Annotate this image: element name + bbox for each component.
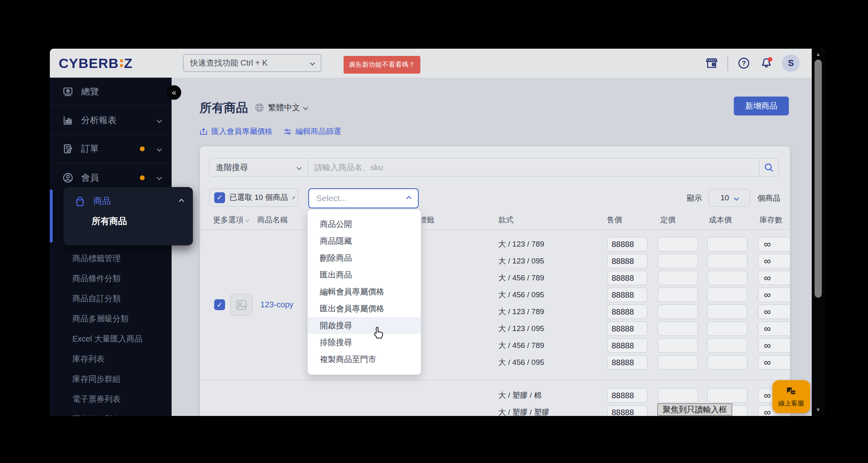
menu-item-copy-to-store[interactable]: 複製商品至門市 bbox=[308, 351, 421, 368]
stock-readonly-box[interactable]: ∞ bbox=[758, 305, 790, 319]
advanced-search-dropdown[interactable]: 進階搜尋 bbox=[209, 158, 308, 176]
submenu-item-inventory-list[interactable]: 庫存列表 bbox=[72, 349, 169, 369]
vertical-scrollbar[interactable]: ▲ ▼ bbox=[812, 49, 825, 416]
globe-icon bbox=[254, 103, 264, 113]
price-input[interactable] bbox=[607, 405, 647, 416]
scroll-down-arrow[interactable]: ▼ bbox=[812, 407, 825, 413]
stock-readonly-box[interactable]: ∞ bbox=[758, 355, 790, 370]
bulk-action-select[interactable]: Select... bbox=[308, 188, 419, 208]
price-input[interactable] bbox=[607, 305, 647, 319]
cost-input[interactable] bbox=[707, 305, 747, 319]
submenu-item-custom-category[interactable]: 商品自訂分類 bbox=[72, 288, 169, 309]
menu-item-edit-member-price[interactable]: 編輯會員專屬價格 bbox=[308, 283, 421, 300]
submenu-item-excel-import[interactable]: Excel 大量匯入商品 bbox=[72, 329, 169, 349]
stock-readonly-box[interactable]: ∞ bbox=[758, 288, 790, 302]
list-price-input[interactable] bbox=[658, 271, 698, 285]
menu-item-enable-search[interactable]: 開啟搜尋 bbox=[308, 317, 421, 334]
submenu-item-multilevel-category[interactable]: 商品多層級分類 bbox=[72, 309, 169, 329]
list-price-input[interactable] bbox=[658, 321, 698, 336]
price-input[interactable] bbox=[607, 288, 647, 302]
submenu-item-inventory-sync[interactable]: 庫存同步群組 bbox=[72, 369, 169, 389]
sidebar-item-overview[interactable]: 總覽 bbox=[50, 78, 172, 106]
import-member-price-link[interactable]: 匯入會員專屬價格 bbox=[199, 126, 272, 137]
list-price-input[interactable] bbox=[658, 254, 698, 268]
menu-item-delete[interactable]: 刪除商品 bbox=[308, 249, 421, 266]
selected-count-dropdown[interactable]: ✓ 已選取 10 個商品 bbox=[209, 188, 298, 207]
cost-input[interactable] bbox=[707, 237, 747, 251]
price-input[interactable] bbox=[607, 338, 647, 353]
bulk-action-menu: 商品公開 商品隱藏 刪除商品 匯出商品 編輯會員專屬價格 匯出會員專屬價格 開啟… bbox=[307, 209, 421, 375]
scrollbar-thumb[interactable] bbox=[815, 60, 822, 298]
notifications-bell-icon[interactable] bbox=[760, 56, 773, 70]
cost-input[interactable] bbox=[707, 288, 747, 302]
help-icon[interactable]: ? bbox=[737, 56, 751, 70]
stock-readonly-box[interactable]: ∞ bbox=[758, 237, 790, 251]
screen: CYBERB Z 快速查找功能 Ctrl + K 廣告新功能不看看嗎？ bbox=[0, 0, 868, 463]
chevron-down-icon bbox=[303, 105, 308, 110]
language-selector[interactable]: 繁體中文 bbox=[254, 102, 307, 113]
stock-readonly-box[interactable]: ∞ bbox=[758, 321, 790, 336]
menu-item-hide[interactable]: 商品隱藏 bbox=[308, 233, 421, 249]
page-size-select[interactable]: 10 bbox=[708, 189, 750, 207]
submenu-item-condition-category[interactable]: 商品條件分類 bbox=[72, 268, 169, 288]
cost-input[interactable] bbox=[707, 254, 747, 268]
quick-search-dropdown[interactable]: 快速查找功能 Ctrl + K bbox=[183, 54, 321, 72]
cost-input[interactable] bbox=[707, 271, 747, 285]
menu-item-exclude-search[interactable]: 排除搜尋 bbox=[308, 334, 421, 351]
column-header-stock: 庫存數 bbox=[760, 215, 782, 225]
chevron-down-icon bbox=[297, 165, 302, 170]
row-checkbox[interactable]: ✓ bbox=[214, 299, 225, 310]
sidebar-item-reports[interactable]: 分析報表 bbox=[50, 106, 172, 135]
stock-readonly-box[interactable]: ∞ bbox=[758, 338, 790, 353]
cost-input[interactable] bbox=[707, 338, 747, 353]
live-chat-button[interactable]: 線上客服 bbox=[772, 380, 810, 413]
sidebar-item-products[interactable]: 商品 bbox=[63, 187, 193, 215]
list-price-input[interactable] bbox=[658, 237, 698, 251]
list-price-input[interactable] bbox=[658, 288, 698, 302]
list-price-input[interactable] bbox=[658, 305, 698, 319]
submenu-item-voucher-redeem-list[interactable]: 票券核銷列表 bbox=[72, 409, 169, 416]
cost-input[interactable] bbox=[707, 355, 747, 370]
sidebar-item-label: 會員 bbox=[81, 172, 99, 184]
column-header-more-options[interactable]: 更多選項 bbox=[213, 215, 249, 225]
menu-item-export-member-price[interactable]: 匯出會員專屬價格 bbox=[308, 300, 421, 317]
storefront-icon[interactable] bbox=[705, 56, 719, 70]
add-product-button[interactable]: 新增商品 bbox=[734, 97, 789, 115]
column-header-price: 售價 bbox=[607, 215, 622, 225]
list-price-input[interactable] bbox=[658, 355, 698, 370]
price-input[interactable] bbox=[607, 321, 647, 336]
cost-input[interactable] bbox=[707, 321, 747, 336]
select-all-checkbox[interactable]: ✓ bbox=[214, 192, 225, 203]
stock-readonly-box[interactable]: ∞ bbox=[758, 271, 790, 285]
promo-button[interactable]: 廣告新功能不看看嗎？ bbox=[344, 56, 420, 74]
icon-divider bbox=[727, 56, 728, 71]
product-name-link[interactable]: 123-copy bbox=[260, 299, 293, 310]
variant-label: 大 / 456 / 095 bbox=[498, 354, 544, 371]
edit-product-filter-link[interactable]: 編輯商品篩選 bbox=[283, 126, 341, 137]
sidebar-item-label: 分析報表 bbox=[81, 114, 117, 126]
price-input[interactable] bbox=[607, 237, 647, 251]
list-price-input[interactable] bbox=[658, 388, 698, 403]
search-button[interactable] bbox=[759, 158, 778, 176]
sidebar-collapse-button[interactable]: « bbox=[167, 85, 181, 100]
menu-item-publish[interactable]: 商品公開 bbox=[308, 216, 421, 233]
avatar[interactable]: S bbox=[782, 54, 800, 72]
menu-item-export[interactable]: 匯出商品 bbox=[308, 266, 421, 283]
price-input[interactable] bbox=[607, 254, 647, 268]
shopping-bag-icon bbox=[74, 195, 86, 207]
search-input[interactable] bbox=[308, 158, 759, 176]
price-input[interactable] bbox=[607, 355, 647, 370]
stock-readonly-box[interactable]: ∞ bbox=[758, 254, 790, 268]
scroll-up-arrow[interactable]: ▲ bbox=[812, 51, 825, 57]
sidebar-item-all-products[interactable]: 所有商品 bbox=[63, 215, 193, 227]
sidebar-item-orders[interactable]: 訂單 bbox=[50, 135, 172, 163]
list-price-input[interactable] bbox=[658, 338, 698, 353]
price-input[interactable] bbox=[607, 388, 647, 403]
chevron-down-icon bbox=[157, 118, 162, 123]
cyberbiz-logo[interactable]: CYBERB Z bbox=[59, 56, 133, 71]
submenu-item-evoucher-list[interactable]: 電子票券列表 bbox=[72, 389, 169, 409]
cost-input[interactable] bbox=[707, 388, 747, 403]
submenu-item-tags[interactable]: 商品標籤管理 bbox=[72, 248, 169, 268]
chevron-down-icon bbox=[292, 196, 295, 199]
price-input[interactable] bbox=[607, 271, 647, 285]
